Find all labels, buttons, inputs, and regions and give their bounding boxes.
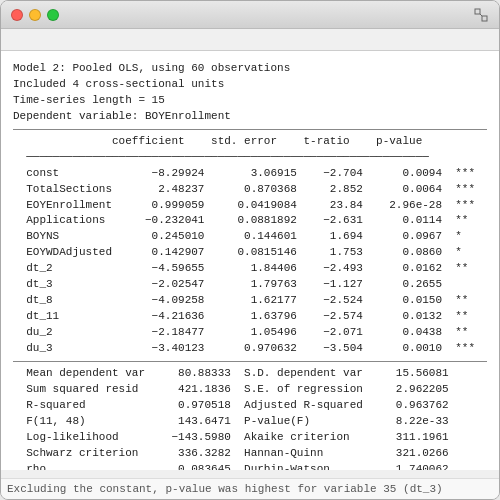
close-button[interactable] — [11, 9, 23, 21]
menubar — [1, 29, 499, 51]
menu-tests[interactable] — [41, 38, 53, 42]
separator-bottom — [13, 361, 487, 362]
menu-analysis[interactable] — [89, 38, 101, 42]
maximize-button[interactable] — [47, 9, 59, 21]
model-output: Model 2: Pooled OLS, using 60 observatio… — [1, 51, 499, 470]
svg-rect-1 — [482, 16, 487, 21]
window: Model 2: Pooled OLS, using 60 observatio… — [0, 0, 500, 500]
summary-container: Mean dependent var 80.88333 S.D. depende… — [13, 366, 487, 470]
menu-save[interactable] — [57, 38, 69, 42]
menu-graphs[interactable] — [73, 38, 85, 42]
resize-icon — [473, 7, 489, 23]
menu-latex[interactable] — [105, 38, 117, 42]
model-header: Model 2: Pooled OLS, using 60 observatio… — [13, 61, 487, 125]
svg-rect-0 — [475, 9, 480, 14]
traffic-lights — [11, 9, 59, 21]
svg-line-2 — [480, 14, 482, 16]
footer-note: Excluding the constant, p-value was high… — [1, 478, 499, 499]
menu-file[interactable] — [9, 38, 21, 42]
titlebar — [1, 1, 499, 29]
menu-edit[interactable] — [25, 38, 37, 42]
minimize-button[interactable] — [29, 9, 41, 21]
separator-top — [13, 129, 487, 130]
stats-table-container: coefficient std. error t-ratio p-value ─… — [13, 134, 487, 357]
